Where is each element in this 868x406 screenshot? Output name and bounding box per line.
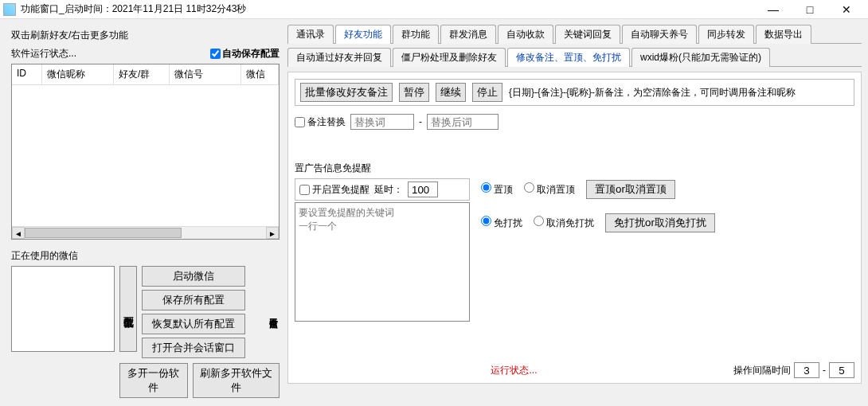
replace-from-input[interactable] (350, 114, 414, 130)
h-scrollbar[interactable]: ◄ ► (12, 226, 279, 239)
tab-groups[interactable]: 群功能 (393, 25, 439, 44)
batch-remark-button[interactable]: 批量修改好友备注 (300, 83, 393, 102)
interval-to-input[interactable] (829, 362, 854, 378)
refresh-multi-button[interactable]: 刷新多开软件文件 (193, 363, 280, 398)
radio-pin[interactable]: 置顶 (481, 182, 513, 197)
window-title: 功能窗口_启动时间：2021年11月21日 11时32分43秒 (21, 2, 755, 16)
ad-section-title: 置广告信息免提醒 (295, 162, 854, 175)
autosave-checkbox[interactable]: 自动保存配置 (210, 47, 280, 61)
delay-input[interactable] (408, 182, 438, 197)
dash: - (419, 116, 422, 127)
radio-unmute[interactable]: 取消免打扰 (534, 216, 594, 230)
maximize-button[interactable]: □ (792, 1, 828, 18)
left-hint: 双击刷新好友/右击更多功能 (11, 29, 280, 42)
col-nickname[interactable]: 微信昵称 (42, 64, 114, 84)
open-merge-window-button[interactable]: 打开合并会话窗口 (142, 338, 245, 358)
replace-to-input[interactable] (427, 114, 499, 130)
autosave-label: 自动保存配置 (222, 47, 280, 61)
tab-contacts[interactable]: 通讯录 (287, 25, 334, 44)
wechat-window-tip[interactable]: 微信窗口点不开点这 (264, 266, 280, 358)
start-wechat-button[interactable]: 启动微信 (142, 266, 245, 287)
left-panel: 双击刷新好友/右击更多功能 软件运行状态... 自动保存配置 ID 微信昵称 好… (0, 19, 283, 404)
delay-label: 延时： (374, 183, 403, 197)
radio-unpin[interactable]: 取消置顶 (524, 182, 575, 197)
enable-mute-checkbox[interactable]: 开启置免提醒 (299, 183, 369, 197)
using-wechat-label: 正在使用的微信 (11, 249, 280, 263)
interval-label: 操作间隔时间 (733, 364, 791, 377)
download-wechat-button[interactable]: 下载配套微信 (119, 266, 137, 352)
run-status: 运行状态... (295, 364, 733, 377)
replace-checkbox[interactable]: 备注替换 (295, 115, 346, 129)
mute-toggle-button[interactable]: 免打扰or取消免打扰 (605, 213, 715, 232)
subtab-zombie[interactable]: 僵尸粉处理及删除好友 (393, 48, 506, 67)
tab-mass[interactable]: 群发消息 (440, 25, 496, 44)
scroll-left-icon[interactable]: ◄ (12, 227, 25, 239)
titlebar: 功能窗口_启动时间：2021年11月21日 11时32分43秒 — □ ✕ (0, 0, 868, 19)
col-wxid[interactable]: 微信号 (170, 64, 241, 84)
tab-friends[interactable]: 好友功能 (335, 25, 391, 44)
scroll-thumb[interactable] (25, 228, 182, 238)
interval-from-input[interactable] (794, 362, 819, 378)
app-icon (3, 3, 16, 16)
col-type[interactable]: 好友/群 (114, 64, 170, 84)
multi-open-button[interactable]: 多开一份软件 (119, 363, 188, 398)
close-button[interactable]: ✕ (828, 1, 865, 18)
subtab-wxid[interactable]: wxid爆粉(只能加无需验证的) (631, 48, 770, 67)
stop-button[interactable]: 停止 (472, 83, 502, 102)
col-wx[interactable]: 微信 (241, 64, 279, 84)
interval-dash: - (823, 365, 826, 376)
resume-button[interactable]: 继续 (436, 83, 466, 102)
minimize-button[interactable]: — (755, 1, 792, 18)
tab-autopay[interactable]: 自动收款 (498, 25, 553, 44)
using-wechat-list[interactable] (11, 266, 115, 352)
restore-config-button[interactable]: 恢复默认所有配置 (142, 314, 245, 334)
right-panel: 通讯录 好友功能 群功能 群发消息 自动收款 关键词回复 自动聊天养号 同步转发… (283, 19, 868, 404)
tab-export[interactable]: 数据导出 (756, 25, 811, 44)
pause-button[interactable]: 暂停 (399, 83, 429, 102)
content-panel: 批量修改好友备注 暂停 继续 停止 {日期}-{备注}-{昵称}-新备注，为空清… (287, 72, 862, 384)
tab-autochat[interactable]: 自动聊天养号 (622, 25, 697, 44)
radio-mute[interactable]: 免打扰 (481, 216, 522, 230)
software-status: 软件运行状态... (11, 47, 210, 61)
scroll-right-icon[interactable]: ► (266, 227, 279, 239)
subtab-remark[interactable]: 修改备注、置顶、免打扰 (507, 48, 630, 67)
replace-label: 备注替换 (307, 115, 346, 129)
window-controls: — □ ✕ (755, 1, 865, 18)
remark-hint: {日期}-{备注}-{昵称}-新备注，为空清除备注，可同时调用备注和昵称 (509, 86, 796, 100)
tab-keyword[interactable]: 关键词回复 (555, 25, 620, 44)
save-config-button[interactable]: 保存所有配置 (142, 290, 245, 310)
friends-table[interactable]: ID 微信昵称 好友/群 微信号 微信 ◄ ► (11, 64, 280, 240)
subtab-autoaccept[interactable]: 自动通过好友并回复 (287, 48, 391, 67)
pin-toggle-button[interactable]: 置顶or取消置顶 (586, 180, 675, 199)
enable-mute-label: 开启置免提醒 (312, 183, 369, 197)
col-id[interactable]: ID (12, 64, 42, 84)
keywords-textarea[interactable] (295, 202, 470, 322)
tab-sync[interactable]: 同步转发 (698, 25, 754, 44)
